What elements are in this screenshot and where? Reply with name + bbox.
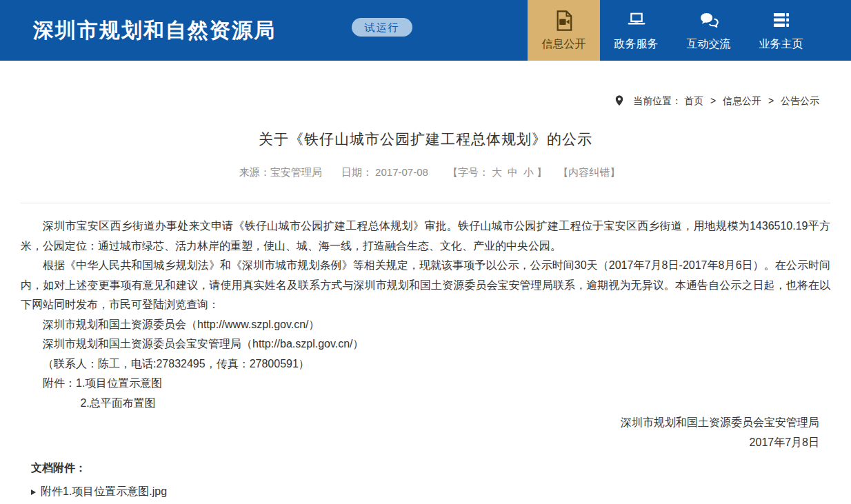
breadcrumb-home-link[interactable]: 首页: [684, 95, 703, 106]
nav-tab-label: 政务服务: [614, 37, 659, 52]
font-size-suffix: 】: [537, 166, 547, 178]
signature-org: 深圳市规划和国土资源委员会宝安管理局: [21, 413, 819, 433]
meta-source: 来源：宝安管理局: [239, 166, 322, 178]
attachments-heading: 文档附件：: [31, 461, 830, 476]
breadcrumb-label: 当前位置：: [633, 95, 681, 106]
nav-tab-government-services[interactable]: 政务服务: [600, 0, 672, 61]
nav-tab-label: 业务主页: [759, 37, 803, 52]
contact-line: （联系人：陈工，电话:27832495，传真：27800591）: [21, 354, 830, 374]
breadcrumb-separator: >: [768, 95, 774, 106]
trial-badge: 试运行: [352, 18, 412, 37]
triangle-bullet-icon: [31, 490, 36, 495]
breadcrumb-notice-link[interactable]: 公告公示: [781, 95, 819, 106]
article-meta: 来源：宝安管理局 日期： 2017-07-08 【字号：大中小】 【内容纠错】: [21, 166, 830, 179]
font-size-prefix: 【字号：: [448, 166, 489, 178]
website-line-szpl: 深圳市规划和国土资源委员会（http://www.szpl.gov.cn/）: [21, 315, 830, 335]
signature-block: 深圳市规划和国土资源委员会宝安管理局 2017年7月8日: [21, 413, 830, 452]
nav-tab-label: 信息公开: [542, 37, 586, 52]
font-size-large-button[interactable]: 大: [492, 166, 502, 178]
font-size-small-button[interactable]: 小: [523, 166, 534, 178]
paragraph-intro: 深圳市宝安区西乡街道办事处来文申请《铁仔山城市公园扩建工程总体规划》审批。铁仔山…: [21, 216, 830, 256]
page-title: 关于《铁仔山城市公园扩建工程总体规划》的公示: [21, 130, 830, 149]
font-size-control: 【字号：大中小】: [448, 166, 547, 178]
paragraph-notice: 根据《中华人民共和国城乡规划法》和《深圳市城市规划条例》等相关规定，现就该事项予…: [21, 256, 830, 315]
site-title[interactable]: 深圳市规划和自然资源局: [33, 17, 276, 45]
location-pin-icon: [615, 95, 623, 108]
attachment-link-1[interactable]: 附件1.项目位置示意图.jpg: [31, 485, 830, 499]
signature-date: 2017年7月8日: [21, 433, 819, 453]
attachments-section: 文档附件： 附件1.项目位置示意图.jpg 附件2.总平面布置图.jpg: [31, 461, 830, 504]
laptop-icon: [625, 9, 648, 32]
attachment-filename: 附件1.项目位置示意图.jpg: [41, 485, 167, 499]
meta-date: 日期： 2017-07-08: [341, 166, 428, 178]
server-icon: [770, 9, 793, 32]
site-header: 深圳市规划和自然资源局 试运行 信息公开 政务服务: [0, 0, 851, 61]
website-line-baoan: 深圳市规划和国土资源委员会宝安管理局（http://ba.szpl.gov.cn…: [21, 334, 830, 354]
nav-tab-info-disclosure[interactable]: 信息公开: [528, 0, 600, 61]
nav-tab-label: 互动交流: [687, 37, 731, 52]
font-size-medium-button[interactable]: 中: [508, 166, 518, 178]
annex-line-1: 附件：1.项目位置示意图: [21, 374, 830, 394]
breadcrumb-separator: >: [710, 95, 716, 106]
breadcrumb: 当前位置： 首页 > 信息公开 > 公告公示: [21, 95, 830, 108]
news-doc-icon: [552, 9, 576, 32]
nav-tab-interaction[interactable]: 互动交流: [672, 0, 745, 61]
content-correction-button[interactable]: 【内容纠错】: [558, 166, 620, 178]
main-nav: 信息公开 政务服务 互动交流: [528, 0, 817, 61]
content-divider: [21, 203, 830, 203]
nav-tab-business-home[interactable]: 业务主页: [745, 0, 817, 61]
breadcrumb-info-disclosure-link[interactable]: 信息公开: [723, 95, 761, 106]
annex-line-2: 2.总平面布置图: [21, 394, 830, 414]
chat-icon: [697, 9, 721, 32]
page-content: 当前位置： 首页 > 信息公开 > 公告公示 关于《铁仔山城市公园扩建工程总体规…: [0, 95, 851, 504]
article-body: 深圳市宝安区西乡街道办事处来文申请《铁仔山城市公园扩建工程总体规划》审批。铁仔山…: [21, 216, 830, 452]
